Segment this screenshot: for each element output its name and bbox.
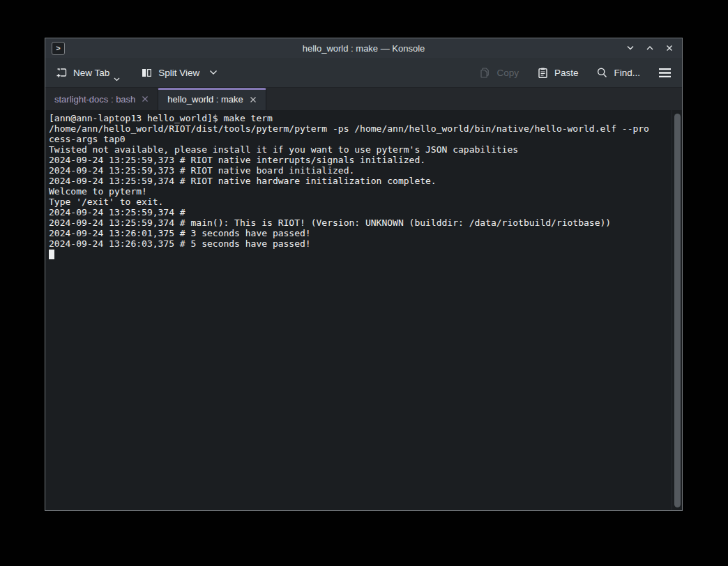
window-controls <box>623 42 676 55</box>
terminal-view[interactable]: [ann@ann-laptop13 hello_world]$ make ter… <box>45 110 682 510</box>
minimize-button[interactable] <box>623 42 637 55</box>
hamburger-menu-button[interactable] <box>658 68 672 78</box>
tab-label: starlight-docs : bash <box>54 94 135 105</box>
konsole-window: > hello_world : make — Konsole New Tab <box>45 38 683 511</box>
close-button[interactable] <box>662 42 676 55</box>
close-icon <box>665 43 674 53</box>
split-view-button[interactable]: Split View <box>141 67 218 79</box>
split-view-caret-icon <box>209 70 218 75</box>
paste-button[interactable]: Paste <box>537 67 579 79</box>
terminal-line: /home/ann/hello_world/RIOT/dist/tools/py… <box>49 123 668 134</box>
terminal-scrollbar[interactable] <box>672 110 682 510</box>
toolbar-right-group: Copy Paste Find... <box>479 67 672 79</box>
new-tab-icon <box>56 67 68 79</box>
terminal-line: cess-args tap0 <box>49 134 668 144</box>
terminal-line: [ann@ann-laptop13 hello_world]$ make ter… <box>49 113 668 123</box>
terminal-line: Twisted not available, please install it… <box>49 144 668 155</box>
maximize-button[interactable] <box>643 42 656 55</box>
copy-icon <box>479 67 491 79</box>
titlebar: > hello_world : make — Konsole <box>45 38 682 58</box>
new-tab-caret-icon <box>114 77 120 82</box>
toolbar: New Tab Split View Copy <box>45 58 682 87</box>
scrollbar-thumb[interactable] <box>674 114 681 507</box>
terminal-line: 2024-09-24 13:26:01,375 # 3 seconds have… <box>49 228 668 238</box>
split-view-label: Split View <box>158 68 199 78</box>
tab-bar: starlight-docs : bash hello_world : make <box>45 87 682 110</box>
terminal-line: 2024-09-24 13:26:03,375 # 5 seconds have… <box>49 238 668 249</box>
copy-label: Copy <box>496 68 519 78</box>
tab-hello-world[interactable]: hello_world : make <box>158 88 266 110</box>
terminal-line: 2024-09-24 13:25:59,374 # RIOT native ha… <box>49 176 668 186</box>
terminal-line: Welcome to pyterm! <box>49 186 668 197</box>
window-title: hello_world : make — Konsole <box>115 43 612 54</box>
paste-label: Paste <box>554 68 579 78</box>
terminal-line: Type '/exit' to exit. <box>49 197 668 207</box>
chevron-down-icon <box>625 43 635 53</box>
konsole-app-icon[interactable]: > <box>52 42 65 55</box>
split-view-icon <box>141 67 153 79</box>
tab-close-icon[interactable] <box>250 96 257 103</box>
terminal-line: 2024-09-24 13:25:59,374 # main(): This i… <box>49 217 668 228</box>
tab-label: hello_world : make <box>167 94 243 105</box>
new-tab-button[interactable]: New Tab <box>56 67 120 79</box>
chevron-up-icon <box>645 43 655 53</box>
find-button[interactable]: Find... <box>596 67 640 79</box>
find-label: Find... <box>614 68 640 78</box>
copy-button[interactable]: Copy <box>479 67 519 79</box>
tab-close-icon[interactable] <box>142 95 149 102</box>
new-tab-label: New Tab <box>73 68 109 78</box>
hamburger-icon <box>658 68 672 78</box>
terminal-line: 2024-09-24 13:25:59,373 # RIOT native bo… <box>49 165 668 176</box>
terminal-cursor <box>49 250 54 259</box>
konsole-app-icon-glyph: > <box>56 45 60 52</box>
terminal-line: 2024-09-24 13:25:59,373 # RIOT native in… <box>49 155 668 165</box>
terminal-line: 2024-09-24 13:25:59,374 # <box>49 207 668 217</box>
search-icon <box>596 67 608 79</box>
tab-starlight-docs[interactable]: starlight-docs : bash <box>45 88 158 110</box>
paste-icon <box>537 67 549 79</box>
